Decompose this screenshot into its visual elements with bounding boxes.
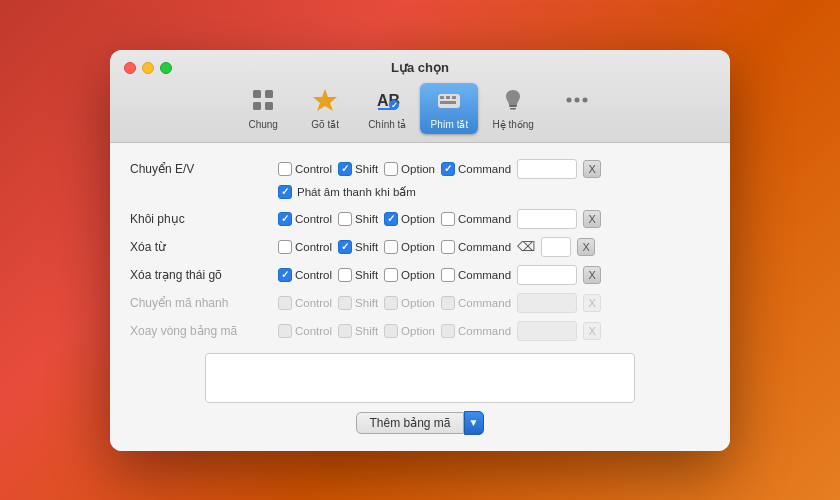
svg-rect-1 — [265, 90, 273, 98]
backspace-icon: ⌫ — [517, 239, 535, 254]
shift-label-5: Shift — [355, 297, 378, 309]
command-checkbox-6 — [441, 324, 455, 338]
shift-label-1: Shift — [355, 163, 378, 175]
modifiers-xoa-trang-thai: Control Shift Option Command X — [278, 265, 710, 285]
control-group-5: Control — [278, 296, 332, 310]
spelling-icon: ABC ✓ — [374, 87, 400, 117]
shift-checkbox-1[interactable] — [338, 162, 352, 176]
tab-spelling[interactable]: ABC ✓ Chính tả — [358, 83, 416, 134]
x-button-2[interactable]: X — [583, 210, 601, 228]
add-dropdown-arrow[interactable]: ▼ — [464, 411, 484, 435]
command-group-6: Command — [441, 324, 511, 338]
row-xoa-tu-label: Xóa từ — [130, 240, 278, 254]
x-button-4[interactable]: X — [583, 266, 601, 284]
close-button[interactable] — [124, 62, 136, 74]
svg-point-15 — [566, 97, 571, 102]
control-group-6: Control — [278, 324, 332, 338]
control-label-6: Control — [295, 325, 332, 337]
control-checkbox-1[interactable] — [278, 162, 292, 176]
control-checkbox-2[interactable] — [278, 212, 292, 226]
svg-rect-11 — [452, 96, 456, 99]
svg-rect-10 — [446, 96, 450, 99]
option-label-4: Option — [401, 269, 435, 281]
bottom-area: Thêm bảng mã ▼ — [130, 353, 710, 435]
main-window: Lựa chọn Chung Gõ tắt ABC — [110, 50, 730, 451]
option-checkbox-1[interactable] — [384, 162, 398, 176]
row-xoa-tu: Xóa từ Control Shift Option Command — [130, 233, 710, 261]
control-checkbox-6 — [278, 324, 292, 338]
shift-checkbox-3[interactable] — [338, 240, 352, 254]
svg-marker-4 — [313, 89, 337, 111]
subrow-sound: Phát âm thanh khi bấm — [130, 183, 710, 205]
option-group-6: Option — [384, 324, 435, 338]
command-group-4: Command — [441, 268, 511, 282]
sound-checkbox[interactable] — [278, 185, 292, 199]
row-khoi-phuc-label: Khôi phục — [130, 212, 278, 226]
tab-keyboard-label: Phím tắt — [431, 119, 469, 130]
shift-checkbox-2[interactable] — [338, 212, 352, 226]
command-checkbox-4[interactable] — [441, 268, 455, 282]
command-checkbox-3[interactable] — [441, 240, 455, 254]
row-chuyen-ma-nhanh-label: Chuyển mã nhanh — [130, 296, 278, 310]
shift-group-5: Shift — [338, 296, 378, 310]
tab-system-label: Hệ thống — [492, 119, 533, 130]
svg-rect-3 — [265, 102, 273, 110]
option-label-5: Option — [401, 297, 435, 309]
tab-general[interactable]: Chung — [234, 83, 292, 134]
control-checkbox-4[interactable] — [278, 268, 292, 282]
add-bảng-mã-button[interactable]: Thêm bảng mã — [356, 412, 463, 434]
x-button-3[interactable]: X — [577, 238, 595, 256]
command-checkbox-1[interactable] — [441, 162, 455, 176]
text-area-box[interactable] — [205, 353, 635, 403]
option-group-3: Option — [384, 240, 435, 254]
traffic-lights — [124, 62, 172, 74]
shift-label-6: Shift — [355, 325, 378, 337]
option-label-2: Option — [401, 213, 435, 225]
command-checkbox-2[interactable] — [441, 212, 455, 226]
command-group-5: Command — [441, 296, 511, 310]
key-input-6 — [517, 321, 577, 341]
row-xoay-vong: Xoay vòng bảng mã Control Shift Option C… — [130, 317, 710, 345]
control-label-1: Control — [295, 163, 332, 175]
titlebar: Lựa chọn Chung Gõ tắt ABC — [110, 50, 730, 143]
tab-keyboard[interactable]: Phím tắt — [420, 83, 478, 134]
tab-general-label: Chung — [248, 119, 277, 130]
tab-shortcut[interactable]: Gõ tắt — [296, 83, 354, 134]
row-chuyen-ev: Chuyển E/V Control Shift Option Command — [130, 155, 710, 183]
svg-point-17 — [582, 97, 587, 102]
tab-more[interactable]: . — [548, 83, 606, 134]
option-group-2: Option — [384, 212, 435, 226]
option-checkbox-4[interactable] — [384, 268, 398, 282]
x-button-6: X — [583, 322, 601, 340]
shift-checkbox-4[interactable] — [338, 268, 352, 282]
shift-label-3: Shift — [355, 241, 378, 253]
shift-group-4: Shift — [338, 268, 378, 282]
maximize-button[interactable] — [160, 62, 172, 74]
x-button-1[interactable]: X — [583, 160, 601, 178]
command-label-6: Command — [458, 325, 511, 337]
svg-text:✓: ✓ — [391, 101, 398, 110]
option-label-3: Option — [401, 241, 435, 253]
control-group-4: Control — [278, 268, 332, 282]
option-checkbox-2[interactable] — [384, 212, 398, 226]
minimize-button[interactable] — [142, 62, 154, 74]
control-checkbox-5 — [278, 296, 292, 310]
control-checkbox-3[interactable] — [278, 240, 292, 254]
control-label-5: Control — [295, 297, 332, 309]
option-checkbox-5 — [384, 296, 398, 310]
svg-rect-13 — [509, 105, 517, 107]
key-input-4[interactable] — [517, 265, 577, 285]
key-input-1[interactable] — [517, 159, 577, 179]
command-group-3: Command — [441, 240, 511, 254]
key-input-2[interactable] — [517, 209, 577, 229]
key-input-3[interactable] — [541, 237, 571, 257]
option-checkbox-3[interactable] — [384, 240, 398, 254]
tab-system[interactable]: Hệ thống — [482, 83, 543, 134]
command-group-1: Command — [441, 162, 511, 176]
toolbar: Chung Gõ tắt ABC ✓ Chín — [234, 83, 606, 134]
shortcut-icon — [312, 87, 338, 117]
command-label-5: Command — [458, 297, 511, 309]
svg-rect-0 — [253, 90, 261, 98]
svg-rect-9 — [440, 96, 444, 99]
control-label-2: Control — [295, 213, 332, 225]
